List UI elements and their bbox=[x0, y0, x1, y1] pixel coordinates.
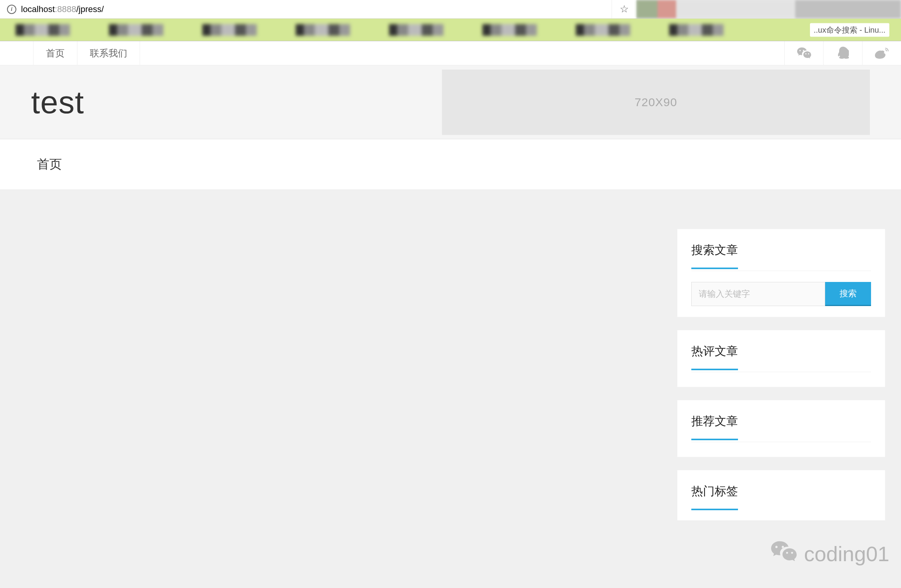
widget-underline bbox=[691, 509, 738, 510]
nav-item-home[interactable]: 首页 bbox=[33, 41, 77, 65]
qq-icon bbox=[837, 46, 849, 60]
social-wechat[interactable] bbox=[784, 41, 823, 65]
site-info-icon[interactable]: i bbox=[7, 5, 16, 14]
widget-underline bbox=[691, 268, 738, 269]
widget-divider bbox=[691, 271, 871, 271]
widget-search: 搜索文章 搜索 bbox=[677, 229, 885, 317]
widget-title: 热门标签 bbox=[691, 483, 871, 499]
browser-chrome: i localhost:8888/jpress/ ☆ bbox=[0, 0, 901, 19]
search-button[interactable]: 搜索 bbox=[825, 282, 871, 306]
widget-hot-tags: 热门标签 bbox=[677, 470, 885, 521]
url-port: :8888 bbox=[55, 4, 76, 14]
social-weibo[interactable] bbox=[862, 41, 901, 65]
url-path: /jpress/ bbox=[76, 4, 104, 14]
widget-title: 搜索文章 bbox=[691, 242, 871, 258]
widget-recommended: 推荐文章 bbox=[677, 400, 885, 457]
widget-title: 推荐文章 bbox=[691, 413, 871, 429]
breadcrumb-bar: 首页 bbox=[0, 139, 901, 190]
wechat-icon bbox=[797, 47, 812, 60]
bookmarks-bar: ..ux命令搜索 - Linu... bbox=[0, 19, 901, 41]
widget-title: 热评文章 bbox=[691, 343, 871, 359]
site-title: test bbox=[31, 84, 84, 121]
widget-underline bbox=[691, 369, 738, 370]
search-input[interactable] bbox=[691, 282, 825, 306]
breadcrumb-home[interactable]: 首页 bbox=[37, 156, 62, 173]
weibo-icon bbox=[875, 47, 889, 60]
ad-banner[interactable]: 720X90 bbox=[442, 70, 870, 135]
widget-hot-comments: 热评文章 bbox=[677, 330, 885, 387]
widget-divider bbox=[691, 372, 871, 372]
extensions-area bbox=[636, 0, 901, 18]
social-qq[interactable] bbox=[823, 41, 862, 65]
main-content bbox=[16, 229, 661, 588]
sidebar: 搜索文章 搜索 热评文章 推荐文章 热门标签 bbox=[677, 229, 885, 588]
bookmark-star-icon[interactable]: ☆ bbox=[620, 3, 629, 15]
widget-underline bbox=[691, 439, 738, 440]
top-nav: 首页 联系我们 bbox=[0, 41, 901, 65]
url-bar[interactable]: i localhost:8888/jpress/ bbox=[0, 0, 612, 18]
header-band: test 720X90 bbox=[0, 65, 901, 139]
bookmark-item[interactable]: ..ux命令搜索 - Linu... bbox=[810, 23, 890, 37]
url-host: localhost bbox=[21, 4, 55, 14]
widget-divider bbox=[691, 442, 871, 442]
page-body: 搜索文章 搜索 热评文章 推荐文章 热门标签 bbox=[0, 190, 901, 588]
nav-item-contact[interactable]: 联系我们 bbox=[77, 41, 140, 65]
